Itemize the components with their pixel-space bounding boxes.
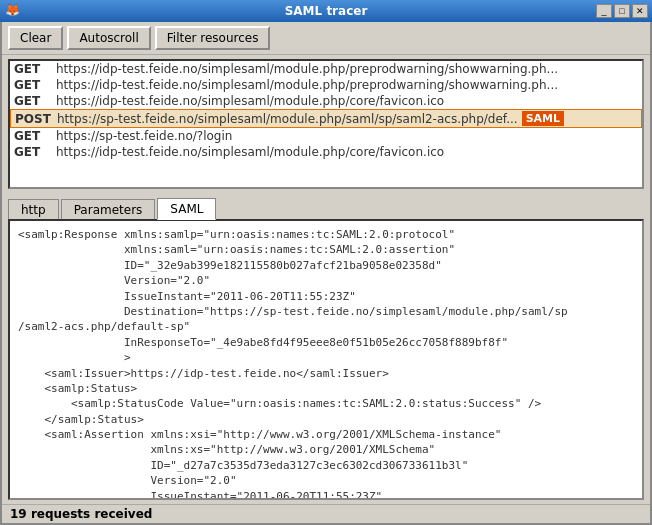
table-row[interactable]: GEThttps://idp-test.feide.no/simplesaml/… <box>10 77 642 93</box>
tab-parameters[interactable]: Parameters <box>61 199 156 220</box>
table-row[interactable]: GEThttps://idp-test.feide.no/simplesaml/… <box>10 144 642 160</box>
tab-bar: httpParametersSAML <box>2 193 650 219</box>
request-url: https://sp-test.feide.no/?login <box>56 129 232 143</box>
tab-saml[interactable]: SAML <box>157 198 216 220</box>
minimize-button[interactable]: _ <box>596 4 612 18</box>
status-bar: 19 requests received <box>2 504 650 523</box>
request-url: https://idp-test.feide.no/simplesaml/mod… <box>56 94 444 108</box>
table-row[interactable]: GEThttps://idp-test.feide.no/simplesaml/… <box>10 61 642 77</box>
filter-resources-button[interactable]: Filter resources <box>155 26 271 50</box>
clear-button[interactable]: Clear <box>8 26 63 50</box>
request-url: https://idp-test.feide.no/simplesaml/mod… <box>56 78 558 92</box>
xml-content[interactable]: <samlp:Response xmlns:samlp="urn:oasis:n… <box>10 221 642 498</box>
request-url: https://idp-test.feide.no/simplesaml/mod… <box>56 145 444 159</box>
table-row[interactable]: GEThttps://idp-test.feide.no/simplesaml/… <box>10 93 642 109</box>
content-area: <samlp:Response xmlns:samlp="urn:oasis:n… <box>8 219 644 500</box>
toolbar: Clear Autoscroll Filter resources <box>2 22 650 55</box>
table-row[interactable]: GEThttps://sp-test.feide.no/?login <box>10 128 642 144</box>
request-method: GET <box>14 78 56 92</box>
table-row[interactable]: POSThttps://sp-test.feide.no/simplesaml/… <box>10 109 642 128</box>
window-controls: _ □ ✕ <box>596 4 648 18</box>
request-url: https://sp-test.feide.no/simplesaml/modu… <box>57 112 518 126</box>
request-method: GET <box>14 94 56 108</box>
status-text: 19 requests received <box>10 507 152 521</box>
saml-badge: SAML <box>522 111 564 126</box>
close-button[interactable]: ✕ <box>632 4 648 18</box>
tab-http[interactable]: http <box>8 199 59 220</box>
request-method: GET <box>14 145 56 159</box>
app-icon: 🦊 <box>4 3 20 19</box>
title-bar: 🦊 SAML tracer _ □ ✕ <box>0 0 652 22</box>
maximize-button[interactable]: □ <box>614 4 630 18</box>
autoscroll-button[interactable]: Autoscroll <box>67 26 150 50</box>
request-url: https://idp-test.feide.no/simplesaml/mod… <box>56 62 558 76</box>
window-title: SAML tracer <box>285 4 368 18</box>
request-method: GET <box>14 129 56 143</box>
request-list[interactable]: GEThttps://idp-test.feide.no/simplesaml/… <box>8 59 644 189</box>
request-method: POST <box>15 112 57 126</box>
main-window: Clear Autoscroll Filter resources GEThtt… <box>0 22 652 525</box>
request-method: GET <box>14 62 56 76</box>
